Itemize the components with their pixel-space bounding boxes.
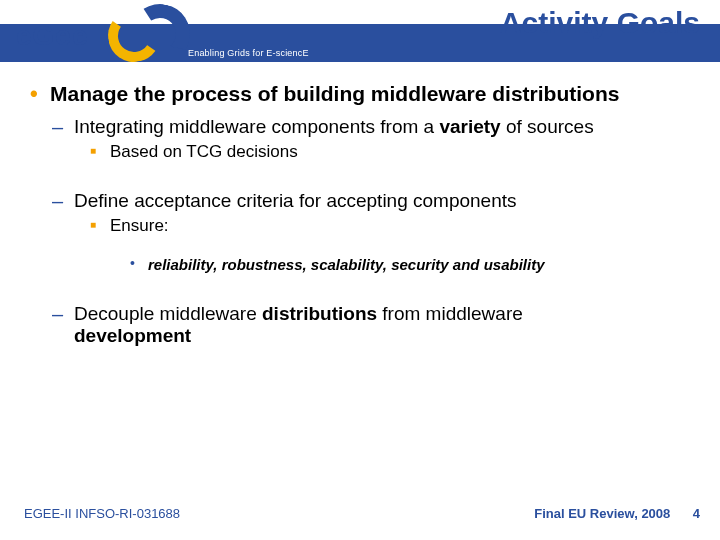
slide: Activity Goals Enabling Grids for E-scie…	[0, 0, 720, 540]
footer: EGEE-II INFSO-RI-031688 Final EU Review,…	[0, 504, 720, 522]
page-title: Activity Goals	[500, 6, 700, 40]
bullet-sub-criteria: Define acceptance criteria for accepting…	[52, 190, 700, 212]
footer-left: EGEE-II INFSO-RI-031688	[24, 506, 180, 521]
bullet-sub-integrating: Integrating middleware components from a…	[52, 116, 700, 138]
text-frag: Decouple middleware	[74, 303, 262, 324]
text-frag-bold: variety	[439, 116, 500, 137]
text-frag: of sources	[501, 116, 594, 137]
text-frag-bold: distributions	[262, 303, 377, 324]
bullet-main: Manage the process of building middlewar…	[28, 82, 700, 106]
footer-right-group: Final EU Review, 2008 4	[534, 504, 700, 522]
bullet-qualities: reliability, robustness, scalability, se…	[130, 256, 700, 273]
logo-text: eGee	[16, 20, 89, 52]
bullet-ensure: Ensure:	[90, 216, 700, 236]
tagline: Enabling Grids for E-sciencE	[188, 48, 309, 58]
text-frag-bold: development	[74, 325, 191, 346]
text-frag: Integrating middleware components from a	[74, 116, 439, 137]
egee-logo: eGee	[10, 4, 178, 68]
bullet-tcg: Based on TCG decisions	[90, 142, 700, 162]
footer-right: Final EU Review, 2008	[534, 506, 670, 521]
text-frag: from middleware	[377, 303, 523, 324]
bullet-sub-decouple: Decouple middleware distributions from m…	[52, 303, 700, 347]
page-number: 4	[693, 506, 700, 521]
content-area: Manage the process of building middlewar…	[0, 82, 720, 351]
text-qualities: reliability, robustness, scalability, se…	[148, 256, 545, 273]
